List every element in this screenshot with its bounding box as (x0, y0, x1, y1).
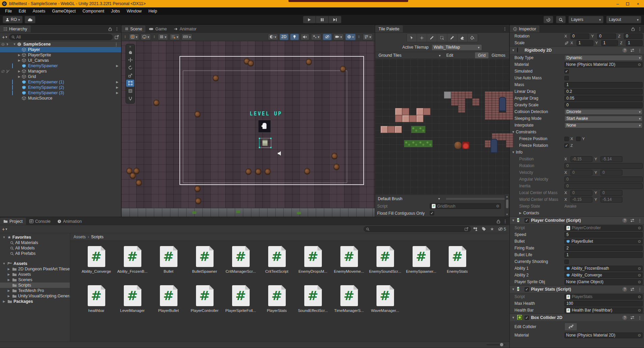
project-search-input[interactable] (364, 226, 471, 232)
asset-bullet[interactable]: #Bullet (150, 244, 187, 283)
expand-arrow-icon[interactable]: ▶ (17, 70, 22, 73)
freeze-x-checkbox[interactable] (564, 137, 569, 141)
tab-project[interactable]: Project (0, 218, 26, 225)
object-picker-icon[interactable]: ⊙ (638, 273, 641, 277)
foldout-arrow-icon[interactable]: ▼ (512, 219, 515, 222)
checkbox[interactable] (564, 76, 569, 80)
custom-tool-button[interactable] (126, 95, 134, 102)
edit-palette-button[interactable]: Edit (443, 52, 456, 58)
palette-tile[interactable] (458, 99, 465, 106)
breadcrumb-scripts[interactable]: Scripts (91, 235, 104, 239)
palette-tile[interactable] (458, 91, 465, 99)
property-world-center-of-mass-x-field[interactable]: -0.15 (570, 197, 593, 203)
tree-folder-assets[interactable]: ▶Assets (0, 272, 70, 277)
favorites-star-icon[interactable]: ★ (490, 226, 494, 232)
help-icon[interactable]: ? (622, 218, 627, 223)
palette-tile[interactable] (423, 108, 430, 115)
menu-assets[interactable]: Assets (30, 8, 49, 14)
value-field[interactable]: 100 (564, 301, 643, 306)
freeze-y-checkbox[interactable] (576, 137, 581, 141)
scene-visibility-toggle[interactable] (323, 34, 332, 40)
palette-tile[interactable] (485, 99, 492, 106)
transform-tool-button[interactable] (126, 87, 134, 95)
create-asset-button[interactable]: +▾ (2, 226, 7, 232)
thumbnail-zoom-slider[interactable] (486, 344, 505, 345)
foldout-arrow-icon[interactable]: ▼ (12, 43, 17, 46)
prefab-open-arrow-icon[interactable]: ▶ (116, 91, 118, 95)
menu-jobs[interactable]: Jobs (108, 8, 123, 14)
palette-tile[interactable] (465, 91, 472, 99)
value-field[interactable]: 2 (564, 245, 643, 251)
value-dropdown[interactable]: Start Awake▾ (564, 116, 643, 122)
expand-arrow-icon[interactable]: ▶ (17, 53, 22, 57)
property-world-center-of-mass-y-field[interactable]: -5.14 (600, 197, 623, 203)
palette-tile[interactable] (381, 126, 388, 133)
asset-bulletspawner[interactable]: #BulletSpawner (187, 244, 223, 283)
select-tool-button[interactable] (407, 34, 417, 42)
component-header-player-stats-script-[interactable]: ▼#Player Stats (Script)?⋮ (510, 285, 644, 293)
tab-inspector[interactable]: Inspector (510, 25, 539, 32)
prefab-open-arrow-icon[interactable]: ▶ (116, 86, 118, 89)
open-new-window-icon[interactable] (465, 227, 469, 231)
rotate-tool-button[interactable] (126, 64, 134, 71)
checkbox[interactable] (564, 260, 569, 264)
asset-enemymoveme-[interactable]: #EnemyMoveme... (331, 244, 367, 283)
component-header-rigidbody-2d[interactable]: ▼Rigidbody 2D?⋮ (510, 46, 644, 54)
shading-mode-dropdown[interactable]: ▾ (268, 34, 278, 40)
palette-tile[interactable] (451, 99, 458, 106)
component-menu-icon[interactable]: ⋮ (638, 218, 642, 223)
palette-tile[interactable] (485, 91, 492, 99)
property-velocity-x-field[interactable]: 0 (570, 170, 593, 176)
tree-folder-textmesh-pro[interactable]: ▶TextMesh Pro (0, 288, 70, 293)
palette-tile[interactable] (411, 140, 418, 147)
palette-tile[interactable] (506, 106, 513, 113)
palette-tile[interactable] (395, 115, 402, 122)
asset-critmanagerscr-[interactable]: #CritManagerScr... (223, 244, 259, 283)
palette-tile[interactable] (492, 113, 499, 120)
hierarchy-search-input[interactable]: All (9, 34, 113, 40)
camera-dropdown[interactable]: ▾ (333, 34, 344, 40)
object-picker-icon[interactable]: ⊙ (638, 266, 641, 271)
component-enabled-checkbox[interactable] (525, 316, 529, 320)
component-header-box-collider-2d[interactable]: ▼Box Collider 2D?⋮ (510, 314, 644, 322)
value-field[interactable]: 0 (564, 183, 643, 189)
property-position-y-field[interactable]: -5.14 (600, 156, 623, 162)
drag-handle-icon[interactable]: ‖ (153, 35, 155, 39)
palette-tile[interactable] (388, 126, 395, 133)
play-button[interactable] (303, 16, 316, 23)
object-field[interactable]: #Health Bar (Healthbar)⊙ (564, 307, 643, 313)
help-icon[interactable]: ? (622, 48, 627, 53)
palette-tile[interactable] (485, 113, 492, 120)
layout-dropdown[interactable]: Layout▾ (606, 16, 641, 23)
brush-script-field[interactable]: # GridBrush ⊙ (430, 203, 501, 209)
asset-soundeffectscr-[interactable]: #SoundEffectScr... (295, 283, 331, 322)
scene-menu-icon[interactable]: ⋮ (114, 42, 118, 47)
foldout-arrow-icon[interactable]: ▼ (512, 49, 515, 52)
maximize-button[interactable] (626, 2, 629, 5)
asset-playercontroller[interactable]: #PlayerController (187, 283, 223, 322)
menu-window[interactable]: Window (123, 8, 144, 14)
expand-arrow-icon[interactable]: ▶ (7, 289, 11, 292)
rect-tool-button[interactable] (126, 80, 134, 87)
rotation-y-field[interactable]: 0 (597, 33, 616, 39)
rotation-z-field[interactable]: 0 (624, 33, 643, 39)
value-dropdown[interactable]: Dynamic▾ (564, 55, 643, 61)
component-menu-icon[interactable]: ⋮ (638, 48, 642, 53)
object-field[interactable]: None (Physics Material 2D)⊙ (564, 332, 643, 338)
edit-collider-button[interactable] (564, 323, 577, 331)
palette-tile[interactable] (409, 115, 416, 122)
property-local-center-of-mass-x-field[interactable]: 0 (570, 190, 593, 196)
menu-component[interactable]: Component (79, 8, 107, 14)
active-tilemap-dropdown[interactable]: Walls_TileMap ▾ (431, 44, 482, 51)
hierarchy-item-enemyspawner-3-[interactable]: EnemySpawner (3)▶ (0, 90, 121, 96)
search-by-label-icon[interactable] (482, 227, 486, 231)
effects-dropdown[interactable]: ▾ (311, 34, 321, 40)
object-field[interactable]: PlayerBullet⊙ (564, 239, 643, 244)
expand-arrow-icon[interactable]: ▶ (7, 267, 11, 271)
object-field[interactable]: #PlayerStats⊙ (564, 294, 643, 300)
presets-icon[interactable] (630, 48, 635, 52)
hierarchy-item-player[interactable]: Player (0, 47, 121, 52)
palette-tile[interactable] (411, 126, 418, 133)
asset-ability-converge[interactable]: #Ability_Converge (78, 244, 114, 283)
tree-folder-scenes[interactable]: ▶Scenes (0, 277, 70, 283)
